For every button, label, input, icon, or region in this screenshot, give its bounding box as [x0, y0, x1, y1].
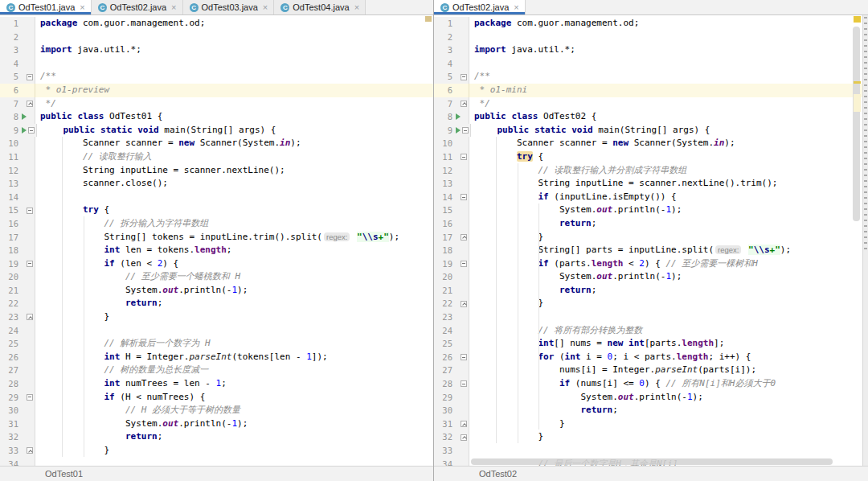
- code-line[interactable]: 10 Scanner scanner = new Scanner(System.…: [0, 137, 433, 150]
- gutter[interactable]: 4: [0, 57, 35, 71]
- gutter[interactable]: 9: [0, 124, 37, 138]
- gutter[interactable]: 17: [0, 231, 35, 245]
- tab-odtest03[interactable]: C OdTest03.java ×: [183, 0, 275, 14]
- gutter[interactable]: 20: [0, 270, 35, 284]
- gutter[interactable]: 31: [434, 417, 469, 431]
- fold-icon[interactable]: [461, 301, 467, 307]
- code-line[interactable]: 2: [0, 31, 433, 44]
- gutter[interactable]: 14: [0, 191, 35, 204]
- gutter[interactable]: 29: [434, 391, 469, 405]
- code-line[interactable]: 30 // H 必须大于等于树的数量: [0, 404, 433, 417]
- code-line[interactable]: 20 System.out.println(-1);: [434, 270, 868, 284]
- gutter[interactable]: 33: [434, 444, 469, 458]
- gutter[interactable]: 22: [434, 297, 469, 310]
- code-line[interactable]: 23: [434, 310, 868, 324]
- gutter[interactable]: 26: [434, 351, 469, 364]
- code-line[interactable]: 33 }: [0, 444, 433, 458]
- fold-icon[interactable]: [461, 74, 467, 80]
- code-line[interactable]: 14 if (inputLine.isEmpty()) {: [434, 191, 868, 204]
- code-line[interactable]: 15 try {: [0, 204, 433, 217]
- gutter[interactable]: 13: [434, 177, 469, 191]
- code-line[interactable]: 8public class OdTest01 {: [0, 110, 433, 124]
- code-line[interactable]: 8public class OdTest02 {: [434, 110, 868, 124]
- code-line[interactable]: 31 }: [434, 417, 868, 431]
- code-line[interactable]: 11 try {: [434, 150, 868, 164]
- gutter[interactable]: 14: [434, 191, 469, 204]
- gutter[interactable]: 1: [0, 17, 35, 31]
- code-line[interactable]: 16 return;: [434, 217, 868, 231]
- fold-icon[interactable]: [462, 127, 469, 134]
- code-line[interactable]: 5/**: [434, 70, 868, 84]
- code-line[interactable]: 27 // 树的数量为总长度减一: [0, 364, 433, 377]
- gutter[interactable]: 6: [0, 84, 35, 97]
- gutter[interactable]: 21: [434, 284, 469, 298]
- close-icon[interactable]: ×: [512, 3, 518, 12]
- run-icon[interactable]: [456, 113, 461, 120]
- fold-icon[interactable]: [27, 447, 33, 454]
- run-icon[interactable]: [22, 113, 27, 120]
- gutter[interactable]: 15: [434, 204, 469, 217]
- close-icon[interactable]: ×: [170, 3, 176, 12]
- gutter[interactable]: 13: [0, 177, 35, 191]
- gutter[interactable]: 11: [434, 150, 469, 164]
- code-line[interactable]: 32 return;: [0, 430, 433, 444]
- gutter[interactable]: 22: [0, 297, 35, 310]
- gutter[interactable]: 15: [0, 204, 35, 217]
- code-line[interactable]: 7 */: [434, 97, 868, 111]
- fold-icon[interactable]: [461, 354, 467, 360]
- gutter[interactable]: 9: [434, 124, 471, 138]
- gutter[interactable]: 29: [0, 391, 35, 405]
- code-line[interactable]: 9 public static void main(String[] args)…: [434, 124, 868, 138]
- code-line[interactable]: 10 Scanner scanner = new Scanner(System.…: [434, 137, 868, 150]
- gutter[interactable]: 7: [0, 97, 35, 111]
- code-line[interactable]: 21 return;: [434, 284, 868, 298]
- gutter[interactable]: 33: [0, 444, 35, 458]
- gutter[interactable]: 34: [434, 458, 469, 466]
- code-line[interactable]: 29 if (H < numTrees) {: [0, 391, 433, 405]
- code-line[interactable]: 6 * o1-preview: [0, 84, 433, 97]
- tab-odtest02[interactable]: C OdTest02.java ×: [92, 0, 183, 14]
- gutter[interactable]: 23: [0, 310, 35, 324]
- gutter[interactable]: 25: [434, 337, 469, 351]
- code-editor-left[interactable]: 1package com.guor.management.od;23import…: [0, 15, 433, 466]
- run-icon[interactable]: [22, 127, 27, 134]
- code-line[interactable]: 19 if (len < 2) {: [0, 257, 433, 271]
- code-line[interactable]: 25 int[] nums = new int[parts.length];: [434, 337, 868, 351]
- code-line[interactable]: 18 String[] parts = inputLine.split(rege…: [434, 244, 868, 257]
- code-line[interactable]: 13 String inputLine = scanner.nextLine()…: [434, 177, 868, 191]
- gutter[interactable]: 28: [0, 377, 35, 391]
- gutter[interactable]: 19: [0, 257, 35, 271]
- gutter[interactable]: 5: [434, 70, 469, 84]
- fold-icon[interactable]: [27, 101, 33, 107]
- code-line[interactable]: 21 System.out.println(-1);: [0, 284, 433, 298]
- gutter[interactable]: 10: [434, 137, 469, 150]
- gutter[interactable]: 32: [434, 430, 469, 444]
- code-line[interactable]: 9 public static void main(String[] args)…: [0, 124, 433, 138]
- code-line[interactable]: 20 // 至少需要一个蟠桃数和 H: [0, 270, 433, 284]
- gutter[interactable]: 4: [434, 57, 469, 71]
- breadcrumb-item[interactable]: OdTest01: [45, 469, 83, 479]
- breadcrumb-right[interactable]: OdTest02: [434, 466, 868, 481]
- code-line[interactable]: 4: [434, 57, 868, 71]
- gutter[interactable]: 31: [0, 417, 35, 431]
- code-line[interactable]: 13 scanner.close();: [0, 177, 433, 191]
- gutter[interactable]: 11: [0, 150, 35, 164]
- code-line[interactable]: 12 // 读取整行输入并分割成字符串数组: [434, 164, 868, 178]
- gutter[interactable]: 34: [0, 458, 35, 466]
- code-line[interactable]: 15 System.out.println(-1);: [434, 204, 868, 217]
- code-line[interactable]: 12 String inputLine = scanner.nextLine()…: [0, 164, 433, 178]
- code-line[interactable]: 26 int H = Integer.parseInt(tokens[len -…: [0, 351, 433, 364]
- code-line[interactable]: 17 String[] tokens = inputLine.trim().sp…: [0, 231, 433, 245]
- gutter[interactable]: 10: [0, 137, 35, 150]
- code-line[interactable]: 22 return;: [0, 297, 433, 310]
- fold-icon[interactable]: [461, 421, 467, 427]
- gutter[interactable]: 8: [0, 110, 35, 124]
- fold-icon[interactable]: [461, 154, 467, 160]
- code-line[interactable]: 18 int len = tokens.length;: [0, 244, 433, 257]
- fold-icon[interactable]: [27, 74, 33, 80]
- run-icon[interactable]: [456, 127, 461, 134]
- code-line[interactable]: 19 if (parts.length < 2) { // 至少需要一棵树和H: [434, 257, 868, 271]
- code-line[interactable]: 22 }: [434, 297, 868, 310]
- fold-icon[interactable]: [461, 380, 467, 387]
- gutter[interactable]: 23: [434, 310, 469, 324]
